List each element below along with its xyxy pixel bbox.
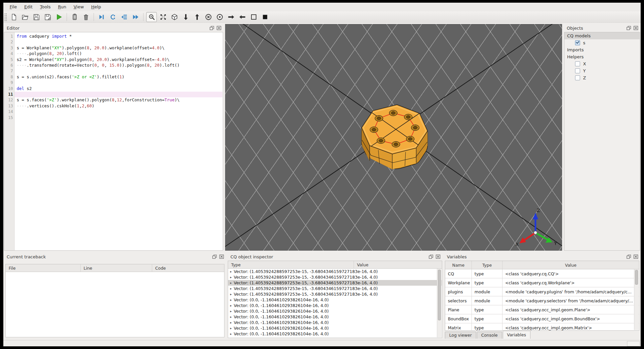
inspector-row[interactable]: ▸Vector: (0.0, -1.1604610293826104e-16, … (228, 308, 442, 314)
inspector-row[interactable]: ▸Vector: (0.0, -1.1604610293826104e-16, … (228, 320, 442, 325)
checkbox-s[interactable] (575, 40, 580, 45)
float-panel-button[interactable] (428, 254, 434, 259)
inspector-row[interactable]: ▸Vector: (0.0, -1.1604610293826104e-16, … (228, 325, 442, 331)
variable-row[interactable]: pluginsmodule<module 'cadquery.plugins' … (445, 287, 639, 296)
inspector-row[interactable]: ▸Vector: (1.4053924288597253e-15, -3.680… (228, 274, 442, 280)
back-view-button[interactable] (215, 12, 225, 22)
front-view-button[interactable] (203, 12, 213, 22)
close-panel-button[interactable] (435, 254, 441, 259)
variables-scrollbar[interactable] (634, 269, 639, 330)
variables-col-name[interactable]: Name (445, 261, 472, 269)
checkbox-y[interactable] (575, 68, 580, 73)
resize-grip[interactable] (627, 341, 640, 346)
float-panel-button[interactable] (626, 25, 632, 31)
tree-item-y[interactable]: Y (564, 67, 640, 74)
checkbox-x[interactable] (575, 61, 580, 66)
right-view-button[interactable] (237, 12, 247, 22)
shaded-button[interactable] (260, 12, 270, 22)
save-as-button[interactable] (43, 12, 53, 22)
variable-row[interactable]: selectorsmodule<module 'cadquery.selecto… (445, 296, 639, 305)
float-panel-button[interactable] (212, 254, 217, 259)
tree-item-z[interactable]: Z (564, 74, 640, 81)
menu-file[interactable]: File (6, 3, 21, 11)
checkbox-z[interactable] (575, 75, 580, 80)
expander-icon[interactable]: ▸ (230, 287, 232, 290)
expander-icon[interactable]: ▸ (230, 281, 232, 285)
toolbar-drag-handle[interactable] (4, 13, 7, 21)
top-view-button[interactable] (181, 12, 191, 22)
menu-help[interactable]: Help (88, 3, 105, 11)
expander-icon[interactable]: ▸ (230, 275, 232, 279)
save-button[interactable] (31, 12, 41, 22)
expander-icon[interactable]: ▸ (230, 292, 232, 296)
traceback-col-line[interactable]: Line (81, 264, 152, 272)
close-panel-button[interactable] (633, 25, 639, 31)
variable-row[interactable]: Matrixtype<class 'cadquery.occ_impl.geom… (445, 323, 639, 331)
inspector-col-value[interactable]: Value (354, 261, 442, 268)
inspector-row[interactable]: ▸Vector: (0.0, -1.1604610293826104e-16, … (228, 297, 442, 303)
wireframe-button[interactable] (249, 12, 259, 22)
tree-item-imports[interactable]: Imports (564, 46, 640, 53)
inspector-col-type[interactable]: Type (228, 261, 354, 268)
inspector-scrollbar[interactable] (437, 269, 442, 337)
variables-col-value[interactable]: Value (502, 261, 639, 269)
step-into-button[interactable] (108, 12, 118, 22)
variable-row[interactable]: Planetype<class 'cadquery.occ_impl.geom.… (445, 305, 639, 314)
tab-variables[interactable]: Variables (503, 331, 530, 339)
traceback-col-file[interactable]: File (6, 264, 81, 272)
close-panel-button[interactable] (219, 254, 224, 259)
menu-edit[interactable]: Edit (21, 3, 36, 11)
inspector-row[interactable]: ▸Vector: (1.4053924288597253e-15, -3.680… (228, 286, 442, 291)
expander-icon[interactable]: ▸ (230, 332, 232, 336)
expander-icon[interactable]: ▸ (230, 321, 232, 324)
inspector-row[interactable]: ▸Vector: (0.0, -1.1604610293826104e-16, … (228, 314, 442, 320)
close-panel-button[interactable] (633, 254, 639, 259)
expander-icon[interactable]: ▸ (230, 326, 232, 330)
close-panel-button[interactable] (216, 25, 222, 31)
variables-col-type[interactable]: Type (472, 261, 502, 269)
delete-button[interactable] (81, 12, 91, 22)
tree-item-x[interactable]: X (564, 60, 640, 67)
bottom-view-button[interactable] (192, 12, 202, 22)
expander-icon[interactable]: ▸ (230, 338, 232, 338)
code-editor[interactable]: 123456789101112131415 from cadquery impo… (4, 32, 223, 251)
expander-icon[interactable]: ▸ (230, 270, 232, 273)
inspector-row[interactable]: ▸Vector: (1.4053924288597253e-15, -3.680… (228, 280, 442, 286)
float-panel-button[interactable] (209, 25, 215, 31)
left-view-button[interactable] (226, 12, 236, 22)
expander-icon[interactable]: ▸ (230, 298, 232, 302)
tab-console[interactable]: Console (477, 332, 502, 339)
menu-tools[interactable]: Tools (36, 3, 54, 11)
step-button[interactable] (97, 12, 107, 22)
debug-button[interactable] (70, 12, 80, 22)
menu-run[interactable]: Run (54, 3, 70, 11)
tree-item-s[interactable]: s (564, 39, 640, 46)
inspector-row[interactable]: ▸Vector: (0.0, -1.1604610293826104e-16, … (228, 303, 442, 308)
tab-log-viewer[interactable]: Log viewer (445, 332, 476, 339)
fit-view-button[interactable] (146, 12, 157, 22)
expander-icon[interactable]: ▸ (230, 315, 232, 319)
cad-model[interactable] (355, 98, 435, 174)
inspector-row[interactable]: ▸Vector: (0.0, -1.1604610293826104e-16, … (228, 331, 442, 337)
inspector-row[interactable]: ▸Vector: (0.0, -1.1604610293826104e-16, … (228, 337, 442, 338)
variable-row[interactable]: BoundBoxtype<class 'cadquery.occ_impl.ge… (445, 314, 639, 323)
tree-item-helpers[interactable]: Helpers (564, 53, 640, 60)
step-list-button[interactable] (119, 12, 129, 22)
traceback-col-code[interactable]: Code (152, 264, 224, 272)
expander-icon[interactable]: ▸ (230, 304, 232, 307)
float-panel-button[interactable] (626, 254, 632, 259)
3d-viewport[interactable]: Z X Y (225, 24, 562, 251)
open-file-button[interactable] (20, 12, 30, 22)
fit-all-button[interactable] (158, 12, 168, 22)
menu-view[interactable]: View (70, 3, 88, 11)
inspector-row[interactable]: ▸Vector: (1.4053924288597253e-15, -3.680… (228, 291, 442, 297)
inspector-row[interactable]: ▸Vector: (1.4053924288597253e-15, -3.680… (228, 269, 442, 274)
tree-item-cq-models[interactable]: CQ models (564, 32, 640, 39)
render-button[interactable] (54, 12, 64, 22)
expander-icon[interactable]: ▸ (230, 309, 232, 313)
variable-row[interactable]: CQtype<class 'cadquery.cq.CQ'> (445, 269, 639, 278)
variable-row[interactable]: Workplanetype<class 'cadquery.cq.Workpla… (445, 278, 639, 287)
continue-button[interactable] (131, 12, 141, 22)
new-file-button[interactable] (9, 12, 19, 22)
iso-view-button[interactable] (169, 12, 179, 22)
